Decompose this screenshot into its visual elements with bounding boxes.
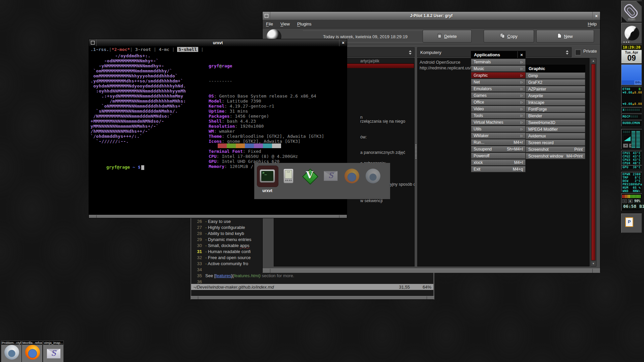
- close-button[interactable]: ×: [592, 12, 600, 20]
- menu-item-wmaker[interactable]: WMaker▷: [471, 132, 526, 139]
- menu-item-utils[interactable]: Utils▷: [471, 126, 526, 132]
- clip-arrow-icon[interactable]: [636, 1, 642, 6]
- menu-item-run-[interactable]: Run...M4+r: [471, 139, 526, 145]
- jpilot-resizebar[interactable]: [263, 268, 600, 273]
- menu-item-music[interactable]: Music▷: [471, 65, 526, 72]
- submenu-item-screenshot[interactable]: ScreenshotPrint: [526, 146, 585, 153]
- scrollbar-thumb[interactable]: [591, 64, 595, 260]
- tmux-window-active[interactable]: 5-shell: [177, 47, 198, 52]
- graphic-submenu-title[interactable]: Graphic: [526, 65, 585, 72]
- delete-button[interactable]: Delete: [423, 30, 472, 43]
- submenu-item-grafx2[interactable]: GraFX2: [526, 79, 585, 85]
- urxvt-resizebar[interactable]: [89, 215, 347, 218]
- tmux-window-sep[interactable]: |: [172, 47, 177, 52]
- submenu-item-avidemux[interactable]: Avidemux: [526, 133, 585, 139]
- submenu-item-sweethome3d[interactable]: SweetHome3D: [526, 119, 585, 126]
- scroll-up-icon[interactable]: ▲: [591, 58, 596, 63]
- menu-item-virtual-machines[interactable]: Virtual Machines▷: [471, 119, 526, 125]
- volume-ramp-icon[interactable]: [623, 135, 632, 142]
- tmux-window-dim[interactable]: 4-mc: [156, 47, 172, 52]
- memo-scrollbar[interactable]: ▲ ▼: [590, 58, 596, 266]
- tmux-status-line[interactable]: .1-rss.|*2-moc*| 3-root | 4-mc | 5-shell…: [91, 47, 204, 52]
- dock-jpilot-appicon[interactable]: [621, 23, 642, 44]
- firefox-icon[interactable]: [344, 168, 360, 184]
- menu-close-button[interactable]: ×: [517, 51, 525, 58]
- menu-item-poweroff[interactable]: Poweroff: [471, 153, 526, 159]
- vim-resizebar[interactable]: [191, 296, 434, 299]
- dock-cpu-temps[interactable]: CPU143°CCPU243°CCPU343°CCPU440°C: [621, 151, 642, 165]
- submenu-item-aseprite[interactable]: Aseprite: [526, 93, 585, 99]
- menu-item-xlock[interactable]: xlockM4+l: [471, 159, 526, 166]
- close-button[interactable]: ×: [339, 39, 347, 46]
- resize-grip-right[interactable]: [427, 296, 434, 299]
- tmux-window-red[interactable]: *2-moc*: [112, 47, 130, 52]
- menu-item-video[interactable]: Video▷: [471, 106, 526, 112]
- new-button[interactable]: New: [536, 30, 594, 43]
- dock-calclock[interactable]: 18:29:20 Tue, Apr 09: [621, 45, 642, 64]
- menu-view[interactable]: View: [280, 21, 290, 26]
- submenu-item-fontforge[interactable]: FontForge: [526, 106, 585, 112]
- dock-lcd-strip[interactable]: X88888888: [621, 107, 642, 113]
- memo-list-item-fragment[interactable]: a panoramicznych zdjęć: [360, 150, 405, 155]
- appicon-firefox[interactable]: [22, 342, 43, 362]
- menu-file[interactable]: File: [266, 21, 273, 26]
- combo-stepper-icon[interactable]: [409, 50, 412, 55]
- vim-icon[interactable]: V: [302, 168, 317, 184]
- dock-launcher[interactable]: P: [621, 214, 642, 233]
- submenu-item-screenshot-window[interactable]: Screenshot windowM4+Print: [526, 153, 585, 159]
- submenu-item-blender[interactable]: Blender: [526, 113, 585, 119]
- submenu-item-inkscape[interactable]: Inkscape: [526, 99, 585, 106]
- tmux-window-sep[interactable]: |: [154, 47, 156, 52]
- appicon-firefox-grey[interactable]: [1, 342, 22, 362]
- jpilot-titlebar[interactable]: J-Pilot 1.8.2 User: gryf ×: [263, 12, 600, 20]
- miniaturize-button[interactable]: [263, 12, 270, 20]
- claws-mail-icon[interactable]: S: [323, 168, 338, 184]
- submenu-item-screen-record[interactable]: Screen record: [526, 139, 585, 146]
- dock-clip[interactable]: main: [621, 1, 642, 22]
- dock-lcd-strip[interactable]: MOCP8888: [621, 114, 642, 120]
- memo-list-item-fragment[interactable]: ów:: [360, 135, 367, 139]
- menu-item-susupend[interactable]: SusupendSh+M4+l: [471, 146, 526, 152]
- resize-grip-left[interactable]: [89, 215, 97, 218]
- copy-button[interactable]: Copy: [484, 30, 534, 43]
- resize-grip-left[interactable]: [263, 269, 270, 273]
- shell-prompt[interactable]: gryf@rage ~ $: [91, 160, 144, 175]
- memo-list-item-fragment[interactable]: w sekwencji: [360, 198, 383, 203]
- dock-battery[interactable]: ⌁ ▮ 90% 06:58 B1: [621, 193, 642, 211]
- dock-weather[interactable]: EPWR2300TMP8°CDEW2°CPRS1009hPaHUM65 %WND…: [621, 172, 642, 192]
- urxvt-terminal-icon[interactable]: >_: [260, 168, 275, 184]
- appicon-mail[interactable]: S: [43, 342, 64, 362]
- menu-item-net[interactable]: Net▷: [471, 79, 526, 85]
- firefox-grey-icon[interactable]: [365, 168, 381, 184]
- menu-item-exit[interactable]: ExitM4+q: [471, 166, 526, 172]
- tmux-window-blue[interactable]: .1-rss.: [91, 47, 109, 52]
- tmux-window-sep[interactable]: |: [198, 47, 204, 52]
- resize-grip-right[interactable]: [339, 215, 347, 218]
- menu-item-graphic[interactable]: Graphic▷: [471, 72, 526, 78]
- resize-grip-left[interactable]: [191, 296, 198, 299]
- dock-net-monitor[interactable]: ETH0B ▼0.00▲0.00 ▼0.00▲0.00: [621, 86, 642, 107]
- menu-item-emulators[interactable]: Emulators▷: [471, 85, 526, 92]
- private-checkbox[interactable]: [575, 50, 581, 55]
- scroll-down-icon[interactable]: ▼: [591, 261, 596, 266]
- combo-stepper-icon[interactable]: [566, 50, 569, 55]
- urxvt-titlebar[interactable]: urxvt ×: [89, 39, 347, 46]
- menu-plugins[interactable]: Plugins: [297, 21, 312, 26]
- miniaturize-button[interactable]: [89, 39, 97, 46]
- dock-gpu-temp[interactable]: GPU38°C: [621, 165, 642, 170]
- menu-item-games[interactable]: Games▷: [471, 92, 526, 99]
- memo-list-item-fragment[interactable]: rzełączania się na niego: [360, 119, 405, 124]
- menu-item-tools[interactable]: Tools▷: [471, 112, 526, 119]
- mixer-prev-button[interactable]: ◀: [623, 143, 628, 148]
- dock-mixer[interactable]: 8888 ◀ ▶: [621, 129, 642, 149]
- tmux-window-sep[interactable]: |: [109, 47, 112, 52]
- palm-pda-icon[interactable]: ⌂⌕: [281, 168, 296, 184]
- dock-blue-monitor[interactable]: 04%: [621, 64, 642, 86]
- tmux-window-dim[interactable]: 3-root: [132, 47, 154, 52]
- menu-item-office[interactable]: Office▷: [471, 99, 526, 105]
- vim-line-35[interactable]: 35See [features](features.html) section …: [191, 273, 433, 279]
- submenu-item-mpeg4-modifier[interactable]: MPEG4 Modifier: [526, 126, 585, 132]
- menu-item-terminals[interactable]: Terminals▷: [471, 59, 526, 65]
- dock-lcd-strip[interactable]: BUBBLEMON: [621, 120, 642, 126]
- submenu-item-gimp[interactable]: Gimp: [526, 72, 585, 79]
